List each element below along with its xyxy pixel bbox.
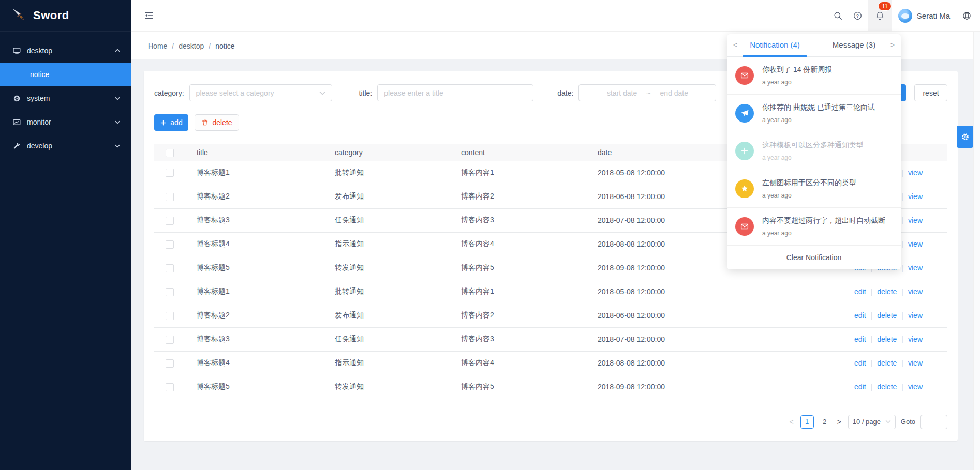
chart-icon: [12, 118, 21, 127]
page-1-button[interactable]: 1: [800, 415, 814, 429]
action-separator: |: [901, 240, 903, 248]
next-page-button[interactable]: >: [836, 418, 843, 426]
notification-tabs: < Notification (4) Message (3) >: [727, 34, 901, 57]
delete-button[interactable]: delete: [195, 114, 239, 131]
action-separator: |: [901, 359, 903, 367]
action-separator: |: [871, 287, 873, 296]
view-link[interactable]: view: [908, 169, 923, 177]
cell-date: 2018-05-08 12:00:00: [586, 280, 767, 304]
view-link[interactable]: view: [908, 311, 923, 320]
sidebar-item-system[interactable]: system: [0, 86, 131, 110]
view-link[interactable]: view: [908, 192, 923, 201]
add-button[interactable]: add: [154, 114, 188, 131]
goto-page-input[interactable]: [920, 415, 947, 429]
view-link[interactable]: view: [908, 216, 923, 224]
sidebar-item-develop[interactable]: develop: [0, 134, 131, 158]
page-size-select[interactable]: 10 / page: [848, 415, 896, 429]
notification-time: a year ago: [762, 154, 864, 161]
sidebar-item-monitor[interactable]: monitor: [0, 110, 131, 134]
delete-link[interactable]: delete: [877, 359, 897, 367]
cell-content: 博客内容3: [450, 327, 586, 351]
tabs-prev-arrow[interactable]: <: [733, 41, 737, 49]
notification-item[interactable]: 左侧图标用于区分不同的类型 a year ago: [727, 170, 901, 208]
edit-link[interactable]: edit: [854, 383, 866, 391]
view-link[interactable]: view: [908, 264, 923, 272]
cell-title: 博客标题1: [185, 280, 323, 304]
notification-item[interactable]: 你收到了 14 份新周报 a year ago: [727, 57, 901, 95]
view-link[interactable]: view: [908, 335, 923, 343]
edit-link[interactable]: edit: [854, 311, 866, 320]
row-checkbox[interactable]: [166, 359, 174, 368]
menu-fold-icon[interactable]: [144, 10, 154, 21]
delete-link[interactable]: delete: [877, 311, 897, 320]
notifications-button[interactable]: 11: [868, 0, 892, 31]
breadcrumb-desktop[interactable]: desktop: [179, 42, 204, 50]
sidebar-item-label: develop: [27, 142, 52, 150]
scrollbar-track[interactable]: [973, 32, 980, 470]
page-2-button[interactable]: 2: [819, 418, 830, 426]
prev-page-button[interactable]: <: [788, 418, 795, 426]
tab-notification[interactable]: Notification (4): [743, 40, 807, 49]
date-range-picker[interactable]: start date ~ end date: [578, 84, 716, 101]
cell-title: 博客标题3: [185, 327, 323, 351]
globe-icon[interactable]: [957, 0, 976, 31]
sidebar-menu: desktop notice system monitor: [0, 32, 131, 158]
user-menu[interactable]: Serati Ma: [892, 9, 957, 23]
tab-message[interactable]: Message (3): [827, 40, 881, 49]
row-checkbox[interactable]: [166, 336, 174, 344]
sword-logo-icon: [11, 7, 27, 24]
view-link[interactable]: view: [908, 287, 923, 296]
search-icon[interactable]: [828, 0, 848, 31]
row-checkbox[interactable]: [166, 217, 174, 225]
view-link[interactable]: view: [908, 359, 923, 367]
category-select[interactable]: please select a category: [189, 84, 332, 101]
delete-link[interactable]: delete: [877, 383, 897, 391]
delete-link[interactable]: delete: [877, 335, 897, 343]
cell-date: 2018-08-08 12:00:00: [586, 351, 767, 375]
view-link[interactable]: view: [908, 240, 923, 248]
trash-icon: [201, 119, 209, 126]
cell-title: 博客标题4: [185, 351, 323, 375]
svg-text:?: ?: [856, 13, 859, 18]
notification-item[interactable]: 你推荐的 曲妮妮 已通过第三轮面试 a year ago: [727, 95, 901, 132]
cell-category: 指示通知: [323, 351, 450, 375]
start-date-placeholder: start date: [607, 89, 637, 97]
help-icon[interactable]: ?: [848, 0, 868, 31]
column-header-title: title: [185, 144, 323, 161]
delete-link[interactable]: delete: [877, 287, 897, 296]
row-checkbox[interactable]: [166, 312, 174, 320]
title-input[interactable]: [377, 84, 533, 101]
wrench-icon: [12, 142, 21, 150]
breadcrumb-home[interactable]: Home: [148, 42, 167, 50]
end-date-placeholder: end date: [660, 89, 688, 97]
row-checkbox[interactable]: [166, 240, 174, 249]
notification-count-badge: 11: [878, 2, 891, 11]
notification-time: a year ago: [762, 79, 832, 86]
notification-item[interactable]: 这种模板可以区分多种通知类型 a year ago: [727, 132, 901, 170]
theme-settings-button[interactable]: [957, 126, 973, 148]
notification-item[interactable]: 内容不要超过两行字，超出时自动截断 a year ago: [727, 208, 901, 246]
row-checkbox[interactable]: [166, 288, 174, 296]
app-logo[interactable]: Sword: [0, 0, 131, 32]
tabs-next-arrow[interactable]: >: [890, 41, 895, 49]
row-checkbox[interactable]: [166, 264, 174, 272]
action-separator: |: [901, 216, 903, 224]
delete-button-label: delete: [212, 118, 232, 127]
view-link[interactable]: view: [908, 383, 923, 391]
edit-link[interactable]: edit: [854, 287, 866, 296]
date-label: date:: [557, 89, 573, 97]
clear-notification-button[interactable]: Clear Notification: [727, 246, 901, 269]
select-all-checkbox[interactable]: [166, 149, 174, 157]
row-checkbox[interactable]: [166, 383, 174, 391]
cell-title: 博客标题2: [185, 304, 323, 327]
row-checkbox[interactable]: [166, 193, 174, 201]
action-separator: |: [871, 335, 873, 343]
sidebar-item-desktop[interactable]: desktop: [0, 39, 131, 63]
sidebar-item-notice[interactable]: notice: [0, 63, 131, 86]
sidebar-item-label: system: [27, 94, 50, 102]
edit-link[interactable]: edit: [854, 359, 866, 367]
edit-link[interactable]: edit: [854, 335, 866, 343]
reset-button[interactable]: reset: [914, 84, 947, 101]
row-checkbox[interactable]: [166, 169, 174, 177]
cell-actions: edit|delete|view: [767, 280, 947, 304]
